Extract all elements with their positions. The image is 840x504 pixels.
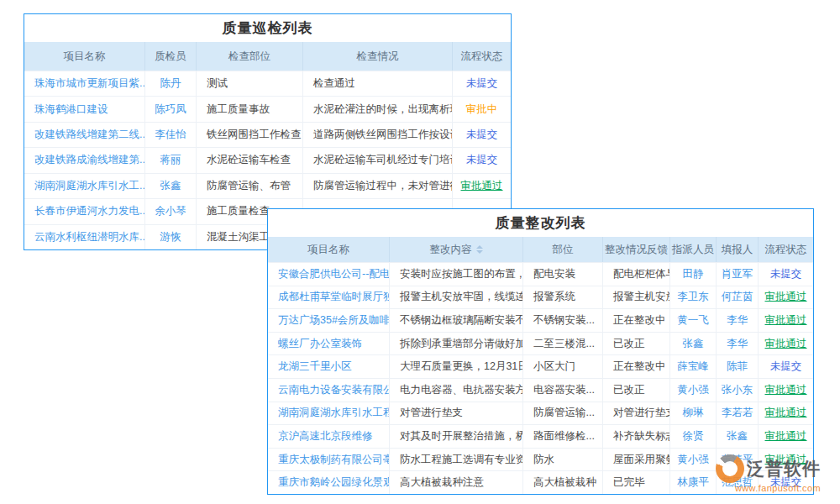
workflow-status-cell[interactable]: 审批通过 xyxy=(759,402,813,425)
rectify-part-cell: 不锈钢安装... xyxy=(523,309,603,332)
rectify-part-cell: 小区大门 xyxy=(523,355,603,378)
inspector-cell[interactable]: 张鑫 xyxy=(145,174,197,198)
inspector-cell[interactable]: 余小琴 xyxy=(145,199,197,223)
table-row: 珠海鹤港口建设陈巧凤施工质量事故水泥砼灌注的时候，出现离析现象审批中 xyxy=(24,96,511,121)
inspect-part-cell: 水泥砼运输车检查 xyxy=(197,148,303,172)
workflow-status-cell[interactable]: 审批通过 xyxy=(759,286,813,309)
project-name-cell[interactable]: 螺丝厂办公室装饰 xyxy=(268,333,390,355)
project-name-cell[interactable]: 龙湖三千里小区 xyxy=(268,355,390,378)
inspector-cell[interactable]: 游恢 xyxy=(145,225,197,249)
col-header-assignee[interactable]: 指派人员 xyxy=(670,237,717,262)
workflow-status-cell[interactable]: 审批通过 xyxy=(759,425,813,448)
col-header-part[interactable]: 检查部位 xyxy=(197,42,303,71)
assignee-cell[interactable]: 薛宝峰 xyxy=(670,355,717,378)
col-header-feedback[interactable]: 整改情况反馈 xyxy=(603,237,670,262)
rectify-part-cell: 报警系统 xyxy=(523,286,603,309)
inspect-situation-cell: 检查通过 xyxy=(303,71,453,96)
rectify-feedback-cell: 已完毕 xyxy=(603,471,670,494)
rectify-feedback-cell: 配电柜柜体与... xyxy=(603,263,670,286)
rectify-feedback-cell: 补齐缺失标志... xyxy=(603,425,670,448)
rectify-content-cell: 防水工程施工选调有专业资质... xyxy=(390,449,523,471)
rectify-table-title: 质量整改列表 xyxy=(268,209,813,237)
workflow-status-cell[interactable]: 未提交 xyxy=(453,71,511,96)
assignee-cell[interactable]: 张鑫 xyxy=(670,333,717,355)
project-name-cell[interactable]: 云南电力设备安装有限公司20... xyxy=(268,379,390,402)
reporter-cell[interactable]: 肖亚军 xyxy=(717,263,759,286)
project-name-cell[interactable]: 改建铁路成渝线增建第... xyxy=(24,148,145,172)
col-header-project[interactable]: 项目名称 xyxy=(268,237,390,262)
col-header-situation[interactable]: 检查情况 xyxy=(303,42,453,71)
rectify-feedback-cell: 已改正 xyxy=(603,333,670,355)
project-name-cell[interactable]: 云南水利枢纽潜明水库... xyxy=(24,225,145,249)
col-header-content[interactable]: 整改内容 xyxy=(390,237,523,262)
assignee-cell[interactable]: 黄一飞 xyxy=(670,309,717,332)
assignee-cell[interactable]: 林康平 xyxy=(670,471,717,494)
table-row: 云南电力设备安装有限公司20...电力电容器、电抗器安装方案,...电容器安装.… xyxy=(268,378,813,402)
rectify-content-cell: 高大植被栽种注意 xyxy=(390,471,523,494)
col-header-inspector[interactable]: 质检员 xyxy=(145,42,197,71)
project-name-cell[interactable]: 长春市伊通河水力发电... xyxy=(24,199,145,223)
workflow-status-cell[interactable]: 审批中 xyxy=(453,97,511,121)
col-header-status[interactable]: 流程状态 xyxy=(453,42,511,71)
workflow-status-cell[interactable]: 审批通过 xyxy=(453,174,511,198)
col-header-part[interactable]: 部位 xyxy=(523,237,603,262)
project-name-cell[interactable]: 成都杜甫草堂临时展厅独立展... xyxy=(268,286,390,309)
assignee-cell[interactable]: 田静 xyxy=(670,263,717,286)
table-row: 改建铁路成渝线增建第...蒋丽水泥砼运输车检查水泥砼运输车司机经过专门培训...… xyxy=(24,147,511,172)
workflow-status-cell[interactable]: 未提交 xyxy=(759,263,813,286)
project-name-cell[interactable]: 湖南洞庭湖水库引水工程施工I标 xyxy=(268,402,390,425)
col-header-label: 指派人员 xyxy=(672,243,714,257)
inspector-cell[interactable]: 李佳怡 xyxy=(145,123,197,147)
assignee-cell[interactable]: 黄小强 xyxy=(670,449,717,471)
col-header-reporter[interactable]: 填报人 xyxy=(717,237,759,262)
rectify-feedback-cell: 正在整改中 xyxy=(603,309,670,332)
project-name-cell[interactable]: 重庆太极制药有限公司亳州中... xyxy=(268,449,390,471)
col-header-label: 检查情况 xyxy=(357,50,399,64)
project-name-cell[interactable]: 珠海鹤港口建设 xyxy=(24,97,145,121)
reporter-cell[interactable]: 何芷茵 xyxy=(717,286,759,309)
col-header-status[interactable]: 流程状态 xyxy=(759,237,813,262)
reporter-cell[interactable]: 张小东 xyxy=(717,379,759,402)
rectify-table-panel: 质量整改列表 项目名称整改内容部位整改情况反馈指派人员填报人流程状态 安徽合肥供… xyxy=(267,208,814,495)
reporter-cell[interactable]: 陈菲 xyxy=(717,355,759,378)
col-header-label: 整改情况反馈 xyxy=(605,243,668,257)
project-name-cell[interactable]: 湖南洞庭湖水库引水工... xyxy=(24,174,145,198)
col-header-label: 部位 xyxy=(553,243,574,257)
col-header-label: 项目名称 xyxy=(64,50,106,64)
project-name-cell[interactable]: 珠海市城市更新项目紫... xyxy=(24,71,145,96)
col-header-label: 整改内容 xyxy=(430,243,472,257)
reporter-cell[interactable]: 李华 xyxy=(717,309,759,332)
assignee-cell[interactable]: 柳琳 xyxy=(670,402,717,425)
assignee-cell[interactable]: 徐贤 xyxy=(670,425,717,448)
workflow-status-cell[interactable]: 审批通过 xyxy=(759,309,813,332)
project-name-cell[interactable]: 改建铁路线增建第二线... xyxy=(24,123,145,147)
sort-icon[interactable] xyxy=(476,245,483,254)
workflow-status-cell[interactable]: 审批通过 xyxy=(759,379,813,402)
reporter-cell[interactable]: 李华 xyxy=(717,333,759,355)
col-header-label: 流程状态 xyxy=(765,243,807,257)
table-row: 螺丝厂办公室装饰拆除到承重墙部分请做好加固...二至三楼混...已改正张鑫李华审… xyxy=(268,332,813,355)
table-row: 成都杜甫草堂临时展厅独立展...报警主机安放牢固，线缆连接...报警系统报警主机… xyxy=(268,286,813,309)
rectify-content-cell: 电力电容器、电抗器安装方案,... xyxy=(390,379,523,402)
project-name-cell[interactable]: 万达广场35#会所及咖啡厅空... xyxy=(268,309,390,332)
project-name-cell[interactable]: 安徽合肥供电公司--配电设备... xyxy=(268,263,390,286)
project-name-cell[interactable]: 重庆市鹅岭公园绿化景观提升... xyxy=(268,471,390,494)
inspector-cell[interactable]: 陈巧凤 xyxy=(145,97,197,121)
workflow-status-cell[interactable]: 审批通过 xyxy=(759,333,813,355)
project-name-cell[interactable]: 京沪高速北京段维修 xyxy=(268,425,390,448)
rectify-part-cell: 配电安装 xyxy=(523,263,603,286)
watermark-brand-text: 泛普软件 xyxy=(747,457,821,480)
workflow-status-cell[interactable]: 未提交 xyxy=(759,355,813,378)
workflow-status-cell[interactable]: 未提交 xyxy=(453,123,511,147)
reporter-cell[interactable]: 李若若 xyxy=(717,402,759,425)
assignee-cell[interactable]: 黄小强 xyxy=(670,379,717,402)
inspector-cell[interactable]: 蒋丽 xyxy=(145,148,197,172)
table-row: 湖南洞庭湖水库引水工程施工I标对管进行垫支防腐管运输...对管进行垫支柳琳李若若… xyxy=(268,402,813,425)
assignee-cell[interactable]: 李卫东 xyxy=(670,286,717,309)
col-header-project[interactable]: 项目名称 xyxy=(24,42,145,71)
inspect-part-cell: 施工质量事故 xyxy=(197,97,303,121)
workflow-status-cell[interactable]: 未提交 xyxy=(453,148,511,172)
rectify-feedback-cell: 屋面采用聚氨... xyxy=(603,449,670,471)
inspector-cell[interactable]: 陈丹 xyxy=(145,71,197,96)
reporter-cell[interactable]: 张鑫 xyxy=(717,425,759,448)
